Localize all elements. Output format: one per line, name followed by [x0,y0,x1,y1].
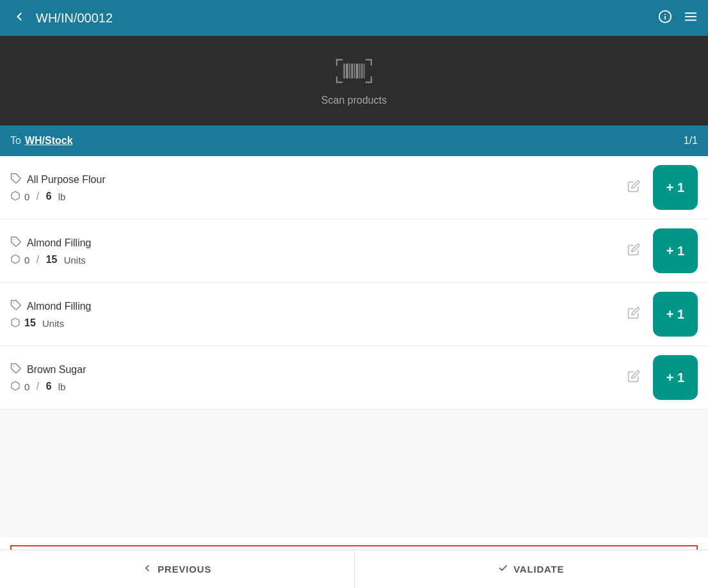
plus-button-3[interactable]: + 1 [653,292,698,337]
box-icon-4 [10,381,20,393]
previous-button[interactable]: PREVIOUS [0,550,355,588]
footer: PREVIOUS VALIDATE [0,550,708,588]
location-left: To WH/Stock [10,135,73,147]
product-info-1: All Purpose Flour 0 / 6 lb [10,173,622,203]
box-icon-1 [10,191,20,203]
location-bar: To WH/Stock 1/1 [0,125,708,156]
product-list: All Purpose Flour 0 / 6 lb + 1 [0,156,708,550]
product-item-4: Brown Sugar 0 / 6 lb + 1 [0,346,708,409]
product-name-row-1: All Purpose Flour [10,173,622,187]
product-info-2: Almond Filling 0 / 15 Units [10,236,622,266]
menu-icon[interactable] [684,10,698,27]
svg-rect-6 [344,63,345,78]
edit-button-2[interactable] [622,238,645,264]
add-product-button[interactable]: + ADD PRODUCT [10,545,698,550]
header-right [658,10,698,27]
product-item-3: Almond Filling 15 Units + 1 [0,283,708,346]
header-left: WH/IN/00012 [10,8,113,29]
box-icon-3 [10,317,20,330]
svg-rect-8 [350,63,351,78]
plus-button-1[interactable]: + 1 [653,165,698,210]
product-actions-2: + 1 [622,228,698,273]
product-info-3: Almond Filling 15 Units [10,299,622,330]
tag-icon-2 [10,236,22,250]
product-qty-row-1: 0 / 6 lb [10,191,622,203]
edit-button-3[interactable] [622,301,645,328]
tag-icon-3 [10,299,22,314]
qty-total-2: 15 [46,254,58,266]
product-name-row-4: Brown Sugar [10,363,622,377]
edit-button-1[interactable] [622,175,645,201]
product-qty-row-2: 0 / 15 Units [10,254,622,266]
qty-current-1: 0 [24,191,29,202]
scanner-area[interactable]: Scan products [0,36,708,125]
qty-unit-3: Units [40,318,64,329]
plus-button-4[interactable]: + 1 [653,355,698,400]
add-product-container: + ADD PRODUCT [0,537,708,550]
validate-label: VALIDATE [513,564,564,575]
product-name-2: Almond Filling [27,237,91,249]
plus-button-2[interactable]: + 1 [653,228,698,273]
product-actions-1: + 1 [622,165,698,210]
product-item-2: Almond Filling 0 / 15 Units + 1 [0,219,708,283]
product-info-4: Brown Sugar 0 / 6 lb [10,363,622,393]
scanner-label: Scan products [321,95,387,106]
barcode-icon [335,55,373,90]
product-name-3: Almond Filling [27,301,91,312]
previous-label: PREVIOUS [157,564,211,575]
edit-button-4[interactable] [622,365,645,391]
product-name-row-3: Almond Filling [10,299,622,314]
qty-separator-2: / [33,254,42,266]
tag-icon-1 [10,173,22,187]
qty-current-2: 0 [24,255,29,266]
qty-unit-1: lb [56,191,66,202]
tag-icon-4 [10,363,22,377]
qty-total-1: 6 [46,191,52,202]
svg-rect-9 [351,63,353,78]
product-qty-row-3: 15 Units [10,317,622,330]
product-actions-3: + 1 [622,292,698,337]
list-spacer [0,409,708,537]
product-actions-4: + 1 [622,355,698,400]
qty-separator-4: / [33,381,42,392]
product-item-1: All Purpose Flour 0 / 6 lb + 1 [0,156,708,219]
qty-current-4: 0 [24,381,29,392]
svg-rect-14 [364,63,365,78]
qty-separator-1: / [33,191,42,202]
info-icon[interactable] [658,10,672,27]
product-name-row-2: Almond Filling [10,236,622,250]
location-count: 1/1 [684,135,698,147]
page-title: WH/IN/00012 [36,11,113,26]
validate-button[interactable]: VALIDATE [355,550,709,588]
header: WH/IN/00012 [0,0,708,36]
qty-unit-2: Units [61,255,85,266]
product-name-1: All Purpose Flour [27,174,106,186]
location-to-label: To [10,135,21,147]
qty-unit-4: lb [56,381,66,392]
product-qty-row-4: 0 / 6 lb [10,381,622,393]
box-icon-2 [10,254,20,266]
svg-rect-12 [359,63,360,78]
back-button[interactable] [10,8,28,29]
svg-rect-10 [354,63,355,78]
validate-icon [498,563,508,575]
qty-current-3: 15 [24,317,36,329]
product-name-4: Brown Sugar [27,364,86,376]
svg-rect-7 [346,63,348,78]
svg-rect-11 [356,63,358,78]
location-name[interactable]: WH/Stock [25,135,73,147]
svg-rect-13 [361,63,362,78]
qty-total-4: 6 [46,381,52,392]
previous-icon [142,563,152,575]
